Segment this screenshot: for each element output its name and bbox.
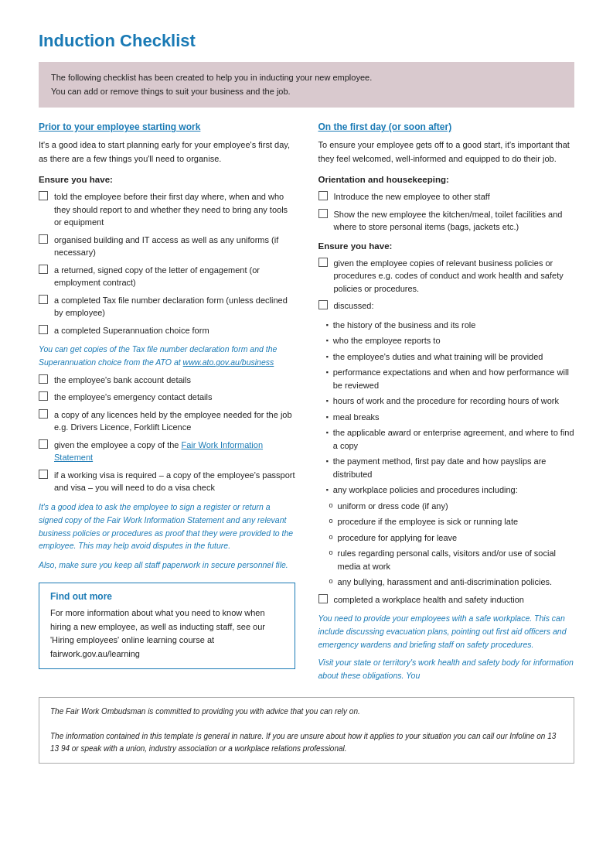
checkbox[interactable] <box>39 295 48 304</box>
footer-box: The Fair Work Ombudsman is committed to … <box>39 697 574 764</box>
list-item: a copy of any licences held by the emplo… <box>39 408 295 434</box>
left-checklist-2: the employee's bank account details the … <box>39 374 295 494</box>
list-item: the applicable award or enterprise agree… <box>326 426 575 452</box>
list-item: Show the new employee the kitchen/meal, … <box>318 208 575 234</box>
list-item: a completed Superannuation choice form <box>39 324 295 337</box>
list-item: given the employee a copy of the Fair Wo… <box>39 439 295 464</box>
safety-note: You need to provide your employees with … <box>318 612 575 651</box>
checkbox[interactable] <box>318 209 328 218</box>
page-title: Induction Checklist <box>39 31 574 51</box>
checkbox[interactable] <box>318 594 328 603</box>
checkbox[interactable] <box>39 374 48 384</box>
footer-line-1: The Fair Work Ombudsman is committed to … <box>50 706 563 718</box>
list-item: the history of the business and its role <box>326 319 575 332</box>
intro-line-2: You can add or remove things to suit you… <box>51 85 562 99</box>
intro-box: The following checklist has been created… <box>39 62 574 108</box>
paperwork-note: Also, make sure you keep all staff paper… <box>39 559 295 572</box>
list-item: the payment method, first pay date and h… <box>326 455 575 480</box>
list-item: procedure for applying for leave <box>329 531 575 545</box>
list-item: performance expectations and when and ho… <box>326 366 575 391</box>
list-item: the employee's emergency contact details <box>39 391 295 404</box>
checkbox[interactable] <box>318 191 328 200</box>
find-out-text: For more information about what you need… <box>50 607 284 661</box>
list-item: organised building and IT access as well… <box>39 234 295 259</box>
checkbox[interactable] <box>39 470 48 479</box>
discussed-bullets: the history of the business and its role… <box>326 319 575 497</box>
list-item: given the employee copies of relevant bu… <box>318 257 575 296</box>
list-item: a completed Tax file number declaration … <box>39 294 295 320</box>
checkbox[interactable] <box>318 258 328 267</box>
checkbox[interactable] <box>39 191 48 200</box>
last-checklist: completed a workplace health and safety … <box>318 593 575 607</box>
right-section-title: On the first day (or soon after) <box>318 121 575 132</box>
list-item: any workplace policies and procedures in… <box>326 484 575 497</box>
left-ensure-title: Ensure you have: <box>39 175 295 184</box>
checkbox[interactable] <box>39 439 48 449</box>
intro-line-1: The following checklist has been created… <box>51 71 562 85</box>
list-item: rules regarding personal calls, visitors… <box>329 547 575 572</box>
find-out-title: Find out more <box>50 591 284 602</box>
left-checklist-1: told the employee before their first day… <box>39 190 295 337</box>
list-item: completed a workplace health and safety … <box>318 593 575 607</box>
main-content: Prior to your employee starting work It'… <box>39 121 574 682</box>
right-column: On the first day (or soon after) To ensu… <box>318 121 575 682</box>
fair-work-link[interactable]: Fair Work Information Statement <box>54 440 263 463</box>
list-item: who the employee reports to <box>326 334 575 347</box>
list-item: the employee's duties and what training … <box>326 350 575 364</box>
list-item: hours of work and the procedure for reco… <box>326 395 575 408</box>
right-section-intro: To ensure your employee gets off to a go… <box>318 138 575 166</box>
checkbox[interactable] <box>39 234 48 244</box>
list-item: Introduce the new employee to other staf… <box>318 190 575 203</box>
checkbox[interactable] <box>39 391 48 401</box>
checkbox[interactable] <box>39 325 48 334</box>
right-ensure-title: Ensure you have: <box>318 241 575 251</box>
left-section-intro: It's a good idea to start planning early… <box>39 138 295 166</box>
list-item: uniform or dress code (if any) <box>329 500 575 513</box>
list-item: the employee's bank account details <box>39 374 295 387</box>
checkbox[interactable] <box>39 409 48 419</box>
list-item: if a working visa is required – a copy o… <box>39 469 295 494</box>
list-item: a returned, signed copy of the letter of… <box>39 264 295 289</box>
footer-line-2: The information contained in this templa… <box>50 730 563 755</box>
left-section-title: Prior to your employee starting work <box>39 121 295 132</box>
find-out-box: Find out more For more information about… <box>39 583 295 669</box>
orientation-checklist: Introduce the new employee to other staf… <box>318 190 575 234</box>
list-item: procedure if the employee is sick or run… <box>329 515 575 528</box>
orientation-title: Orientation and housekeeping: <box>318 175 575 184</box>
sign-note: It's a good idea to ask the employee to … <box>39 501 295 552</box>
visit-note: Visit your state or territory's work hea… <box>318 656 575 682</box>
ato-note: You can get copies of the Tax file numbe… <box>39 343 295 369</box>
sub-bullets: uniform or dress code (if any) procedure… <box>329 500 575 589</box>
list-item: any bullying, harassment and anti-discri… <box>329 576 575 589</box>
list-item: discussed: <box>318 299 575 313</box>
ato-link[interactable]: www.ato.gov.au/business <box>183 357 274 367</box>
list-item: meal breaks <box>326 411 575 424</box>
list-item: told the employee before their first day… <box>39 190 295 229</box>
right-checklist: given the employee copies of relevant bu… <box>318 257 575 313</box>
left-column: Prior to your employee starting work It'… <box>39 121 295 682</box>
checkbox[interactable] <box>318 300 328 309</box>
checkbox[interactable] <box>39 265 48 274</box>
